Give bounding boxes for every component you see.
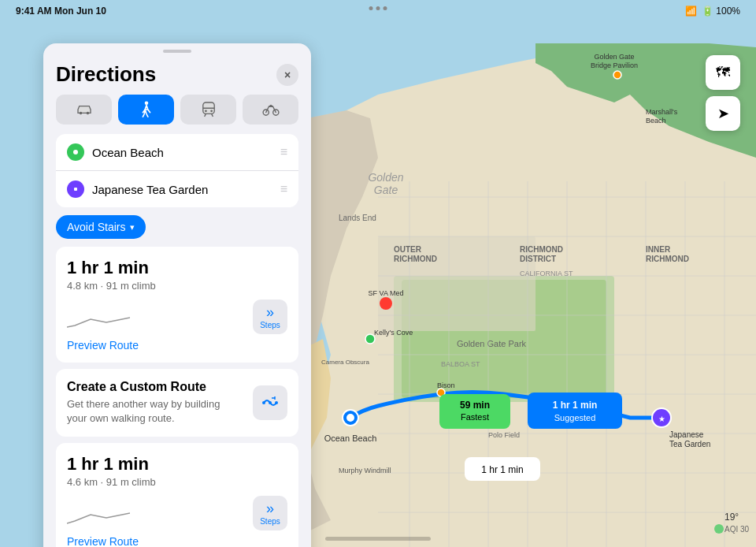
svg-text:DISTRICT: DISTRICT: [520, 255, 556, 263]
battery-icon: 🔋 100%: [702, 6, 740, 17]
route-card-2[interactable]: 1 hr 1 min 4.6 km · 91 m climb » Steps P…: [56, 443, 298, 547]
svg-text:1 hr 1 min: 1 hr 1 min: [481, 464, 523, 475]
route-2-elevation: [67, 501, 130, 525]
svg-text:Golden Gate: Golden Gate: [594, 53, 634, 61]
svg-text:CALIFORNIA ST: CALIFORNIA ST: [520, 270, 573, 277]
map-controls: 🗺 ➤: [706, 55, 740, 131]
custom-route-text: Create a Custom Route Get there another …: [67, 380, 240, 426]
end-location: Japanese Tea Garden: [92, 183, 272, 196]
location-button[interactable]: ➤: [706, 96, 740, 131]
svg-rect-48: [528, 393, 622, 429]
svg-text:AQI 30: AQI 30: [724, 525, 750, 534]
svg-text:Fastest: Fastest: [461, 412, 489, 422]
directions-panel: Directions ×: [43, 43, 311, 547]
steps-arrows-icon: »: [266, 305, 274, 319]
route-1-steps-button[interactable]: » Steps: [253, 300, 287, 334]
svg-point-80: [275, 401, 278, 404]
route-1-time: 1 hr 1 min: [67, 258, 287, 278]
route-2-details: 4.6 km · 91 m climb: [67, 476, 287, 488]
svg-text:BALBOA ST: BALBOA ST: [441, 360, 480, 368]
svg-text:RICHMOND: RICHMOND: [394, 255, 437, 263]
svg-text:Golden Gate Park: Golden Gate Park: [457, 339, 527, 348]
svg-rect-78: [74, 188, 77, 191]
panel-header: Directions ×: [43, 56, 311, 95]
route-2-steps-button[interactable]: » Steps: [253, 496, 287, 530]
route-1-preview-link[interactable]: Preview Route: [67, 334, 287, 352]
svg-point-67: [86, 112, 89, 115]
route-2-bottom: » Steps: [67, 496, 287, 530]
svg-text:Polo Field: Polo Field: [488, 431, 520, 439]
svg-text:Suggested: Suggested: [554, 413, 596, 422]
home-indicator: [325, 537, 431, 541]
status-right: 📶 🔋 100%: [685, 6, 740, 17]
routes-container: 1 hr 1 min 4.8 km · 91 m climb » Steps P…: [43, 247, 311, 547]
steps-arrows-icon-2: »: [266, 501, 274, 515]
svg-text:Beach: Beach: [646, 117, 666, 125]
route-1-bottom: » Steps: [67, 300, 287, 334]
panel-handle: [163, 50, 191, 53]
route-1-steps-label: Steps: [260, 321, 280, 329]
svg-point-77: [73, 150, 78, 154]
custom-route-card[interactable]: Create a Custom Route Get there another …: [56, 369, 298, 437]
start-dot: [67, 143, 84, 161]
status-time: 9:41 AM Mon Jun 10: [16, 6, 106, 17]
svg-point-24: [346, 414, 354, 422]
transport-modes: [43, 95, 311, 134]
custom-route-description: Get there another way by building your o…: [67, 397, 240, 426]
transport-car[interactable]: [56, 95, 112, 125]
svg-text:Ocean Beach: Ocean Beach: [324, 434, 377, 443]
svg-point-66: [79, 112, 82, 115]
svg-text:★: ★: [658, 415, 665, 423]
svg-text:Kelly's Cove: Kelly's Cove: [374, 329, 413, 337]
svg-text:INNER: INNER: [646, 245, 671, 254]
svg-text:RICHMOND: RICHMOND: [646, 255, 689, 263]
route-card-1[interactable]: 1 hr 1 min 4.8 km · 91 m climb » Steps P…: [56, 247, 298, 363]
custom-route-icon: [253, 385, 287, 420]
svg-text:Gate: Gate: [374, 184, 398, 196]
route-2-preview-link[interactable]: Preview Route: [67, 530, 287, 547]
close-button[interactable]: ×: [276, 64, 298, 86]
status-bar: 9:41 AM Mon Jun 10 📶 🔋 100%: [0, 0, 756, 22]
reorder-icon-end: ≡: [280, 182, 287, 196]
svg-line-74: [211, 113, 213, 117]
avoid-container: Avoid Stairs ▾: [43, 207, 311, 247]
route-2-time: 1 hr 1 min: [67, 454, 287, 474]
svg-point-68: [144, 101, 148, 105]
transport-transit[interactable]: [180, 95, 236, 125]
svg-point-71: [205, 110, 207, 112]
locations-container: Ocean Beach ≡ Japanese Tea Garden ≡: [56, 134, 298, 207]
map-view-button[interactable]: 🗺: [706, 55, 740, 90]
svg-point-61: [613, 71, 621, 79]
svg-text:Lands End: Lands End: [339, 214, 376, 222]
svg-text:RICHMOND: RICHMOND: [520, 245, 563, 254]
route-1-details: 4.8 km · 91 m climb: [67, 280, 287, 292]
svg-point-79: [262, 401, 265, 404]
route-2-steps-label: Steps: [260, 517, 280, 526]
svg-text:59 min: 59 min: [460, 400, 490, 411]
location-end[interactable]: Japanese Tea Garden ≡: [56, 170, 298, 207]
svg-text:Camera Obscura: Camera Obscura: [321, 359, 369, 366]
svg-text:Marshall's: Marshall's: [646, 108, 678, 116]
reorder-icon-start: ≡: [280, 145, 287, 159]
avoid-stairs-button[interactable]: Avoid Stairs ▾: [56, 215, 146, 239]
panel-title: Directions: [56, 62, 156, 87]
location-start[interactable]: Ocean Beach ≡: [56, 134, 298, 170]
start-location: Ocean Beach: [92, 146, 272, 159]
svg-text:1 hr 1 min: 1 hr 1 min: [553, 400, 598, 411]
avoid-stairs-label: Avoid Stairs: [67, 221, 125, 233]
end-dot: [67, 180, 84, 198]
svg-point-30: [380, 297, 392, 310]
svg-text:SF VA Med: SF VA Med: [369, 289, 404, 297]
svg-point-72: [210, 110, 213, 112]
route-1-elevation: [67, 305, 130, 329]
transport-bike[interactable]: [243, 95, 298, 125]
svg-point-58: [714, 524, 724, 534]
wifi-icon: 📶: [685, 6, 697, 17]
svg-text:Tea Garden: Tea Garden: [669, 440, 710, 448]
svg-text:Japanese: Japanese: [669, 430, 704, 439]
transport-walk[interactable]: [118, 95, 174, 125]
svg-text:Bison: Bison: [437, 381, 455, 389]
svg-text:OUTER: OUTER: [394, 245, 422, 254]
svg-text:Murphy Windmill: Murphy Windmill: [339, 467, 391, 474]
svg-text:Bridge Pavilion: Bridge Pavilion: [591, 61, 638, 69]
